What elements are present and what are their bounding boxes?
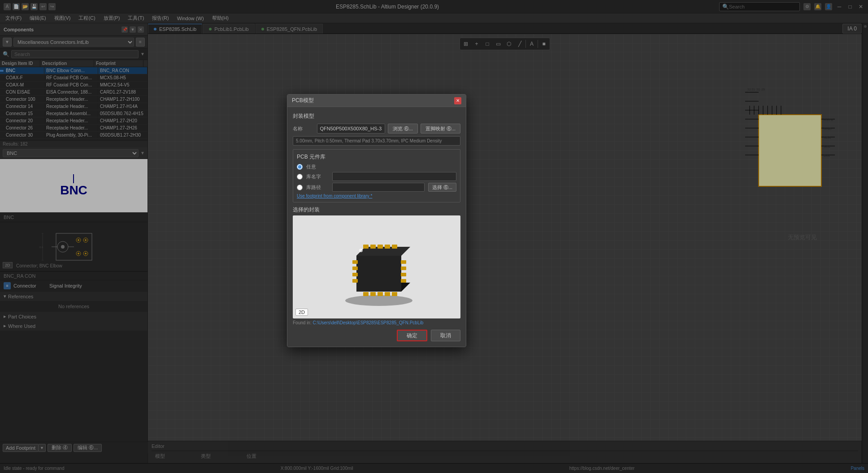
dialog-overlay: PCB模型 ✕ 封装模型 名称 浏览 ⑥... 置脚映射 ⑥... 5.00mm… — [0, 0, 868, 473]
radio-libname-row: 库名字 — [297, 172, 456, 181]
radio-any-row: 任意 — [297, 163, 456, 170]
selected-footprint-section: 选择的封装 — [293, 206, 460, 325]
svg-rect-58 — [352, 260, 358, 264]
svg-rect-67 — [370, 292, 376, 296]
pin-mapping-button[interactable]: 置脚映射 ⑥... — [421, 124, 460, 133]
pcb-model-dialog: PCB模型 ✕ 封装模型 名称 浏览 ⑥... 置脚映射 ⑥... 5.00mm… — [287, 94, 466, 347]
svg-rect-63 — [401, 267, 406, 270]
selected-footprint-title: 选择的封装 — [293, 206, 460, 214]
svg-rect-53 — [363, 245, 369, 249]
chip-3d-svg — [332, 222, 421, 312]
cancel-button[interactable]: 取消 — [431, 330, 460, 341]
footprint-section-label: 封装模型 — [293, 112, 460, 120]
svg-rect-65 — [401, 279, 406, 283]
radio-libpath-row: 库路径 选择 ⑥... — [297, 183, 456, 192]
svg-marker-52 — [356, 256, 401, 292]
radio-libpath-label: 库路径 — [306, 184, 329, 191]
svg-rect-64 — [401, 273, 406, 276]
radio-libpath[interactable] — [297, 185, 303, 190]
svg-rect-68 — [378, 292, 383, 296]
pcb-library-title: PCB 元件库 — [297, 153, 456, 161]
ok-button[interactable]: 确定 — [397, 330, 427, 341]
found-in-row: Found in: C:\Users\dell\Desktop\ESP8285\… — [293, 320, 460, 325]
dialog-body: 封装模型 名称 浏览 ⑥... 置脚映射 ⑥... 5.00mm, Pitch … — [287, 107, 466, 347]
svg-rect-62 — [401, 260, 406, 264]
pcb-library-section: PCB 元件库 任意 库名字 库路径 选择 ⑥... — [293, 149, 460, 202]
svg-rect-57 — [392, 245, 397, 249]
svg-rect-56 — [385, 245, 390, 249]
radio-any[interactable] — [297, 164, 303, 170]
found-in-path: C:\Users\dell\Desktop\ESP8285\ESP8285_QF… — [312, 320, 423, 325]
dialog-buttons: 确定 取消 — [293, 330, 460, 341]
description-text: 5.00mm, Pitch 0.50mm, Thermal Pad 3.70x3… — [293, 136, 460, 146]
select-library-button[interactable]: 选择 ⑥... — [428, 183, 456, 192]
svg-rect-55 — [378, 245, 383, 249]
radio-any-label: 任意 — [306, 163, 316, 170]
svg-rect-61 — [352, 279, 358, 283]
svg-rect-60 — [352, 273, 358, 276]
svg-point-71 — [359, 249, 363, 252]
name-form-row: 名称 浏览 ⑥... 置脚映射 ⑥... — [293, 124, 460, 133]
dialog-titlebar: PCB模型 ✕ — [287, 95, 466, 107]
svg-rect-69 — [385, 292, 390, 296]
libname-input[interactable] — [332, 172, 456, 181]
dialog-title: PCB模型 — [292, 97, 314, 104]
name-label: 名称 — [293, 125, 314, 132]
footprint-3d-preview: 2D — [293, 215, 460, 318]
radio-libname[interactable] — [297, 174, 303, 180]
libpath-input[interactable] — [332, 183, 425, 192]
svg-rect-66 — [363, 292, 369, 296]
svg-rect-54 — [370, 245, 376, 249]
radio-libname-label: 库名字 — [306, 173, 329, 180]
dialog-2d-badge[interactable]: 2D — [295, 309, 308, 316]
browse-button[interactable]: 浏览 ⑥... — [388, 124, 418, 133]
use-footprint-link[interactable]: Use footprint from component library * — [297, 194, 456, 198]
footprint-name-input[interactable] — [317, 124, 385, 133]
svg-point-48 — [345, 295, 412, 306]
svg-rect-70 — [392, 292, 397, 296]
dialog-close-button[interactable]: ✕ — [454, 97, 461, 104]
found-in-label: Found in: — [293, 320, 312, 325]
svg-rect-59 — [352, 267, 358, 270]
